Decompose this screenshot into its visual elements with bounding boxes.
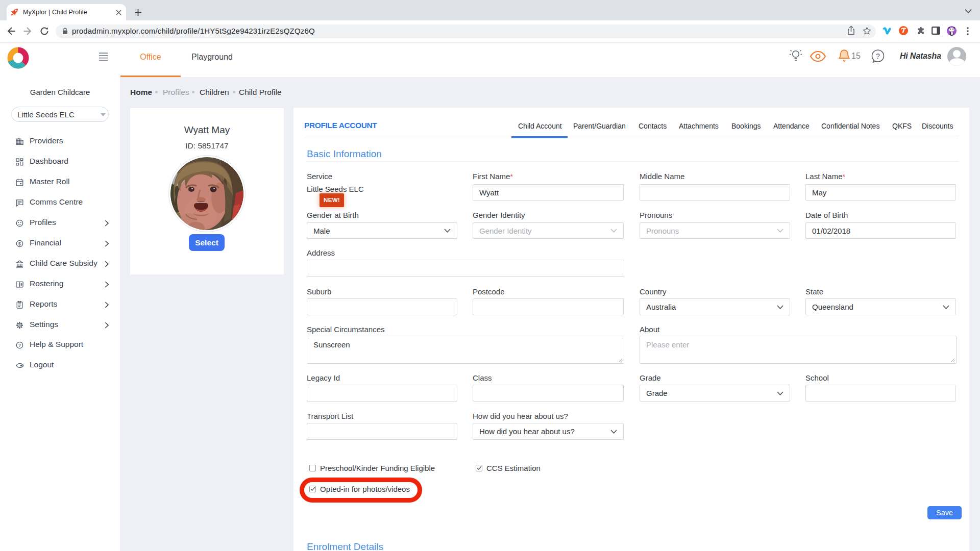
svg-text:$: $ <box>18 241 21 246</box>
svg-text:?: ? <box>18 343 21 348</box>
svg-text:?: ? <box>876 52 880 60</box>
